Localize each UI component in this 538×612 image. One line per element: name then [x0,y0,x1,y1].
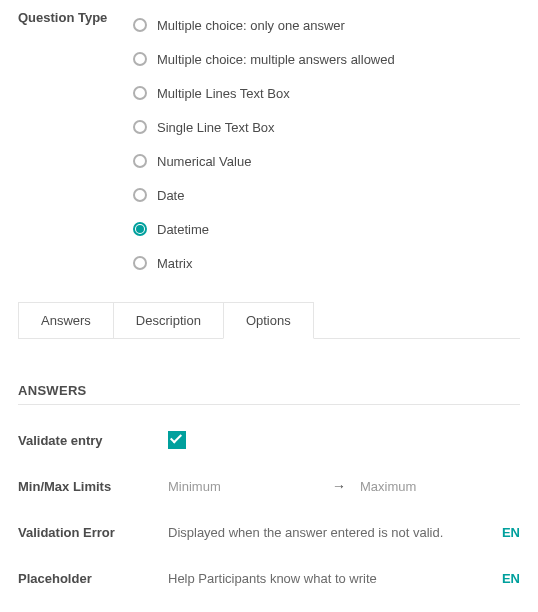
question-type-radio[interactable]: Multiple choice: only one answer [133,8,520,42]
tabs: AnswersDescriptionOptions [18,302,520,339]
question-type-radio[interactable]: Single Line Text Box [133,110,520,144]
validation-error-input[interactable]: Displayed when the answer entered is not… [168,525,490,540]
radio-icon [133,188,147,202]
placeholder-label: Placeholder [18,571,168,586]
question-type-radiogroup: Multiple choice: only one answerMultiple… [133,8,520,280]
question-type-radio[interactable]: Matrix [133,246,520,280]
validate-entry-checkbox[interactable] [168,431,186,449]
radio-label: Multiple choice: multiple answers allowe… [157,52,395,67]
radio-icon [133,52,147,66]
radio-icon [133,86,147,100]
tab-description[interactable]: Description [113,302,224,339]
radio-label: Multiple choice: only one answer [157,18,345,33]
question-type-radio[interactable]: Multiple Lines Text Box [133,76,520,110]
question-type-radio[interactable]: Date [133,178,520,212]
radio-label: Datetime [157,222,209,237]
maximum-input[interactable]: Maximum [360,479,520,494]
radio-icon [133,154,147,168]
radio-label: Matrix [157,256,192,271]
radio-label: Numerical Value [157,154,251,169]
radio-icon [133,222,147,236]
radio-label: Date [157,188,184,203]
question-type-radio[interactable]: Datetime [133,212,520,246]
placeholder-input[interactable]: Help Participants know what to write [168,571,490,586]
arrow-right-icon: → [332,478,346,494]
radio-icon [133,18,147,32]
question-type-radio[interactable]: Numerical Value [133,144,520,178]
validation-error-label: Validation Error [18,525,168,540]
minmax-label: Min/Max Limits [18,479,168,494]
validate-entry-label: Validate entry [18,433,168,448]
question-type-label: Question Type [18,8,133,25]
validation-error-lang-button[interactable]: EN [502,525,520,540]
minimum-input[interactable]: Minimum [168,479,328,494]
tab-options[interactable]: Options [223,302,314,339]
radio-icon [133,256,147,270]
tab-answers[interactable]: Answers [18,302,114,339]
radio-icon [133,120,147,134]
question-type-radio[interactable]: Multiple choice: multiple answers allowe… [133,42,520,76]
placeholder-lang-button[interactable]: EN [502,571,520,586]
answers-section-title: ANSWERS [18,383,520,405]
radio-label: Single Line Text Box [157,120,275,135]
radio-label: Multiple Lines Text Box [157,86,290,101]
